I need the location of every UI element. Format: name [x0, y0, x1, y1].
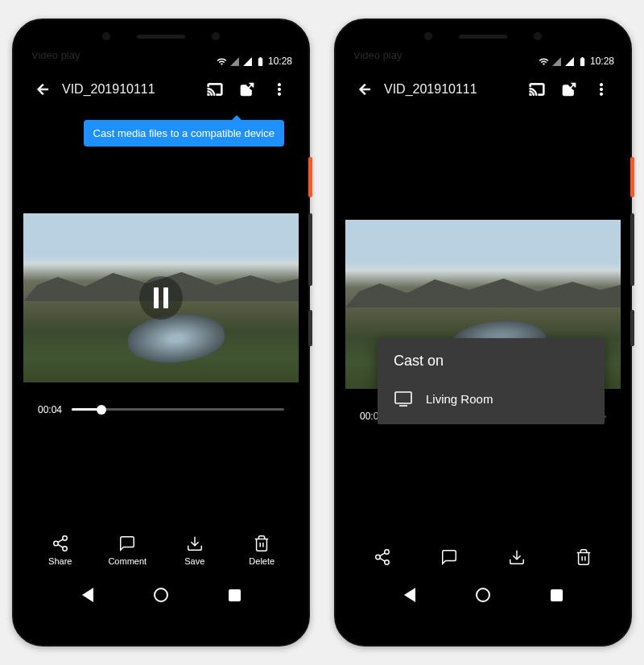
- share-button[interactable]: Share: [36, 535, 85, 566]
- signal-half-icon: [229, 56, 240, 67]
- delete-icon: [575, 548, 592, 566]
- svg-point-14: [385, 550, 390, 555]
- app-bar: VID_201910111: [345, 70, 621, 109]
- cast-dialog: Cast on Living Room: [378, 338, 605, 424]
- signal-full-icon: [564, 56, 575, 67]
- video-title: VID_201910111: [62, 82, 199, 97]
- cast-button[interactable]: [521, 73, 553, 105]
- power-button: [630, 157, 634, 197]
- signal-full-icon: [242, 56, 253, 67]
- share-label: Share: [48, 556, 72, 566]
- app-bar: VID_201910111: [23, 70, 299, 109]
- screen-left: Video play 10:28 VID_201910111 Cast medi…: [23, 52, 299, 613]
- svg-line-6: [58, 544, 63, 547]
- pause-button[interactable]: [139, 276, 183, 320]
- wifi-icon: [539, 56, 549, 67]
- nav-recent[interactable]: [547, 586, 565, 604]
- more-button[interactable]: [263, 73, 295, 105]
- cast-device-row[interactable]: Living Room: [394, 381, 588, 416]
- share-icon: [374, 548, 391, 566]
- nav-back[interactable]: [79, 586, 97, 604]
- save-button[interactable]: Save: [171, 535, 219, 566]
- video-title: VID_201910111: [384, 82, 521, 97]
- side-button: [308, 310, 312, 346]
- phone-speaker-left: [424, 32, 432, 40]
- svg-point-16: [385, 560, 390, 565]
- mountain-graphic: [345, 275, 621, 308]
- action-bar: Share Comment Save Delete: [345, 539, 621, 577]
- scrubber-row: 00:04: [23, 399, 299, 421]
- cast-dialog-header: Cast on: [394, 353, 588, 370]
- nav-back[interactable]: [401, 586, 419, 604]
- signal-half-icon: [551, 56, 562, 67]
- svg-point-1: [278, 88, 280, 90]
- cast-icon: [529, 81, 545, 97]
- phone-speaker-left: [102, 32, 110, 40]
- phone-frame-left: Video play 10:28 VID_201910111 Cast medi…: [12, 19, 310, 646]
- arrow-left-icon: [357, 81, 373, 97]
- nav-recent[interactable]: [225, 586, 243, 604]
- svg-point-13: [600, 93, 602, 95]
- background-app-label: Video play: [31, 52, 80, 61]
- delete-button[interactable]: Delete: [237, 535, 286, 566]
- cast-icon: [207, 81, 223, 97]
- tv-icon: [394, 389, 413, 408]
- delete-icon: [253, 535, 270, 552]
- action-bar: Share Comment Save Delete: [23, 525, 299, 577]
- phone-frame-right: Video play 10:28 VID_201910111: [334, 19, 632, 646]
- nav-home[interactable]: [474, 586, 492, 604]
- comment-label: Comment: [108, 556, 147, 566]
- cast-device-name: Living Room: [426, 392, 493, 406]
- cast-button[interactable]: [199, 73, 231, 105]
- open-external-icon: [561, 81, 577, 97]
- svg-point-3: [63, 536, 68, 541]
- open-external-button[interactable]: [231, 73, 263, 105]
- video-area: 00:04: [345, 109, 621, 539]
- comment-button[interactable]: Comment: [103, 535, 151, 566]
- wifi-icon: [217, 56, 227, 67]
- save-icon: [186, 535, 204, 552]
- phone-sensor-right: [212, 32, 220, 40]
- more-vert-icon: [593, 81, 609, 97]
- more-vert-icon: [271, 81, 287, 97]
- svg-rect-22: [395, 392, 411, 403]
- save-button[interactable]: Save: [493, 548, 541, 566]
- comment-icon: [440, 548, 458, 566]
- svg-point-11: [600, 84, 602, 86]
- power-button: [308, 157, 312, 197]
- phone-sensor-right: [534, 32, 542, 40]
- svg-point-15: [376, 555, 381, 560]
- open-external-button[interactable]: [553, 73, 585, 105]
- lake-graphic: [126, 310, 226, 366]
- battery-icon: [255, 56, 266, 67]
- seek-bar[interactable]: [72, 408, 284, 411]
- svg-line-17: [380, 558, 385, 561]
- svg-point-0: [278, 84, 280, 86]
- svg-point-5: [63, 547, 68, 551]
- share-icon: [52, 535, 69, 552]
- screen-right: Video play 10:28 VID_201910111: [345, 52, 621, 613]
- delete-button[interactable]: Delete: [559, 548, 608, 566]
- arrow-left-icon: [35, 81, 51, 97]
- volume-button: [308, 213, 312, 286]
- volume-button: [630, 213, 634, 286]
- nav-bar: [345, 577, 621, 613]
- open-external-icon: [239, 81, 255, 97]
- background-app-label: Video play: [353, 52, 402, 61]
- svg-point-12: [600, 88, 602, 90]
- nav-home[interactable]: [152, 586, 170, 604]
- share-button[interactable]: Share: [358, 548, 407, 566]
- back-button[interactable]: [349, 73, 381, 105]
- svg-line-7: [58, 539, 63, 543]
- svg-point-4: [54, 541, 59, 546]
- battery-icon: [577, 56, 588, 67]
- comment-button[interactable]: Comment: [425, 548, 473, 566]
- delete-label: Delete: [249, 556, 275, 566]
- back-button[interactable]: [27, 73, 59, 105]
- video-frame[interactable]: [23, 213, 299, 382]
- more-button[interactable]: [585, 73, 617, 105]
- nav-bar: [23, 577, 299, 613]
- video-area: 00:04: [23, 109, 299, 525]
- side-button: [630, 310, 634, 346]
- comment-icon: [118, 535, 136, 552]
